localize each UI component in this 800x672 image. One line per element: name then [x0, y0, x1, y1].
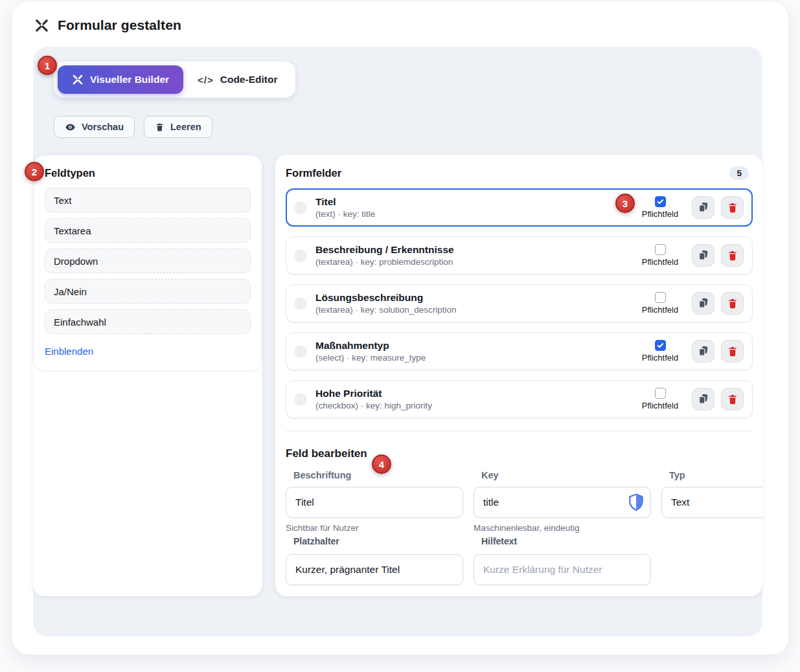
form-fields-header: Formfelder 5 — [286, 166, 762, 180]
required-checkbox[interactable] — [655, 244, 666, 255]
field-text: Beschreibung / Erkenntnisse (textarea) ·… — [315, 244, 628, 267]
annotation-badge-4: 4 — [372, 454, 391, 474]
trash-icon — [727, 298, 738, 309]
duplicate-button[interactable] — [692, 292, 714, 315]
field-type-label: Ja/Nein — [54, 286, 87, 297]
required-control: Pflichtfeld — [637, 196, 683, 219]
copy-icon — [697, 393, 709, 405]
design-tools-icon — [72, 74, 84, 85]
trash-icon — [727, 346, 738, 357]
field-type-item[interactable]: Dropdown — [45, 249, 251, 273]
field-type-label: Textarea — [54, 225, 91, 236]
key-field-label: Key — [474, 470, 651, 480]
field-label: Hohe Priorität — [315, 388, 628, 400]
tab-code-editor[interactable]: </> Code-Editor — [183, 65, 291, 94]
field-type-item[interactable]: Ja/Nein — [45, 279, 251, 304]
clear-label: Leeren — [170, 122, 201, 132]
duplicate-button[interactable] — [692, 340, 714, 363]
field-text: Hohe Priorität (checkbox) · key: high_pr… — [315, 388, 628, 411]
delete-button[interactable] — [721, 340, 744, 363]
trash-icon — [727, 202, 738, 214]
field-meta: (textarea) · key: solution_description — [315, 305, 628, 315]
trash-icon — [727, 250, 738, 262]
type-select[interactable]: Text — [661, 487, 762, 518]
required-checkbox[interactable] — [655, 340, 666, 351]
field-type-item[interactable]: Textarea — [45, 218, 251, 243]
builder-surface: Visueller Builder </> Code-Editor — [33, 47, 762, 636]
field-text: Titel (text) · key: title — [315, 196, 628, 219]
key-input-wrap — [474, 487, 651, 518]
drag-handle[interactable] — [294, 201, 307, 214]
duplicate-button[interactable] — [692, 196, 714, 219]
check-icon — [657, 342, 664, 349]
drag-handle[interactable] — [294, 297, 307, 310]
section-divider — [286, 431, 753, 431]
code-icon: </> — [198, 74, 214, 85]
duplicate-button[interactable] — [692, 388, 714, 410]
field-type-label: Einfachwahl — [54, 317, 106, 328]
field-text: Maßnahmentyp (select) · key: measure_typ… — [315, 340, 628, 363]
key-column: Key Maschinenlesbar, eindeutig Hilfetext — [474, 470, 651, 585]
edit-heading: Feld bearbeiten — [286, 447, 367, 460]
field-label: Beschreibung / Erkenntnisse — [315, 244, 628, 256]
preview-button[interactable]: Vorschau — [54, 116, 135, 138]
form-field-row[interactable]: Titel (text) · key: title Pflichtfeld — [286, 188, 753, 227]
required-label: Pflichtfeld — [642, 401, 678, 410]
drag-handle[interactable] — [294, 345, 307, 358]
page-header: Formular gestalten — [12, 2, 788, 33]
delete-button[interactable] — [721, 196, 744, 219]
label-input[interactable] — [286, 487, 463, 518]
field-types-list: Text Textarea Dropdown Ja/Nein Einfachwa… — [45, 188, 251, 334]
tab-label: Code-Editor — [220, 74, 278, 85]
required-control: Pflichtfeld — [637, 292, 683, 315]
trash-icon — [727, 394, 738, 405]
main-card: Formular gestalten Visueller Builder — [12, 1, 789, 655]
drag-handle[interactable] — [294, 249, 307, 262]
annotation-badge-2: 2 — [25, 162, 44, 181]
form-fields-panel: Formfelder 5 Titel (text) · key: title P… — [275, 155, 762, 596]
preview-label: Vorschau — [82, 122, 124, 132]
key-input[interactable] — [474, 487, 651, 518]
field-types-box: Feldtypen Text Textarea Dropdown Ja/Nein… — [33, 155, 262, 372]
trash-icon — [155, 122, 165, 132]
required-checkbox[interactable] — [655, 388, 666, 399]
eye-icon — [65, 122, 76, 133]
label-column: Beschriftung Sichtbar für Nutzer Platzha… — [286, 470, 463, 585]
design-tools-icon — [34, 18, 49, 33]
form-field-row[interactable]: Maßnahmentyp (select) · key: measure_typ… — [286, 332, 753, 370]
required-checkbox[interactable] — [655, 292, 666, 303]
show-hidden-link[interactable]: Einblenden — [45, 346, 93, 357]
field-type-item[interactable]: Einfachwahl — [45, 309, 251, 334]
copy-icon — [697, 201, 709, 214]
field-count-badge: 5 — [729, 166, 749, 180]
clear-button[interactable]: Leeren — [144, 116, 212, 138]
form-field-row[interactable]: Hohe Priorität (checkbox) · key: high_pr… — [286, 380, 753, 418]
tab-label: Visueller Builder — [90, 74, 169, 85]
tab-visual-builder[interactable]: Visueller Builder — [58, 65, 183, 94]
field-label: Lösungsbeschreibung — [315, 292, 628, 304]
delete-button[interactable] — [721, 244, 744, 267]
field-types-heading: Feldtypen — [45, 167, 251, 179]
field-type-item[interactable]: Text — [45, 188, 251, 212]
form-field-row[interactable]: Lösungsbeschreibung (textarea) · key: so… — [286, 284, 753, 322]
drag-handle[interactable] — [294, 393, 307, 406]
field-type-label: Dropdown — [54, 256, 98, 267]
helptext-input[interactable] — [474, 554, 651, 585]
builder-toolbar: Visueller Builder </> Code-Editor — [33, 62, 762, 138]
password-manager-shield-icon[interactable] — [628, 493, 645, 511]
field-label: Titel — [315, 196, 628, 208]
field-type-label: Text — [54, 195, 72, 206]
form-fields-list: Titel (text) · key: title Pflichtfeld — [286, 188, 762, 418]
required-label: Pflichtfeld — [642, 257, 678, 267]
mode-tabs: Visueller Builder </> Code-Editor — [54, 62, 295, 98]
form-field-row[interactable]: Beschreibung / Erkenntnisse (textarea) ·… — [286, 236, 753, 274]
form-designer-page: Formular gestalten Visueller Builder — [0, 0, 800, 672]
field-meta: (text) · key: title — [315, 209, 628, 219]
required-checkbox[interactable] — [655, 196, 666, 207]
delete-button[interactable] — [721, 388, 744, 410]
delete-button[interactable] — [721, 292, 744, 315]
placeholder-input[interactable] — [286, 554, 463, 585]
page-title: Formular gestalten — [58, 17, 181, 33]
required-control: Pflichtfeld — [637, 340, 683, 363]
duplicate-button[interactable] — [692, 244, 714, 267]
